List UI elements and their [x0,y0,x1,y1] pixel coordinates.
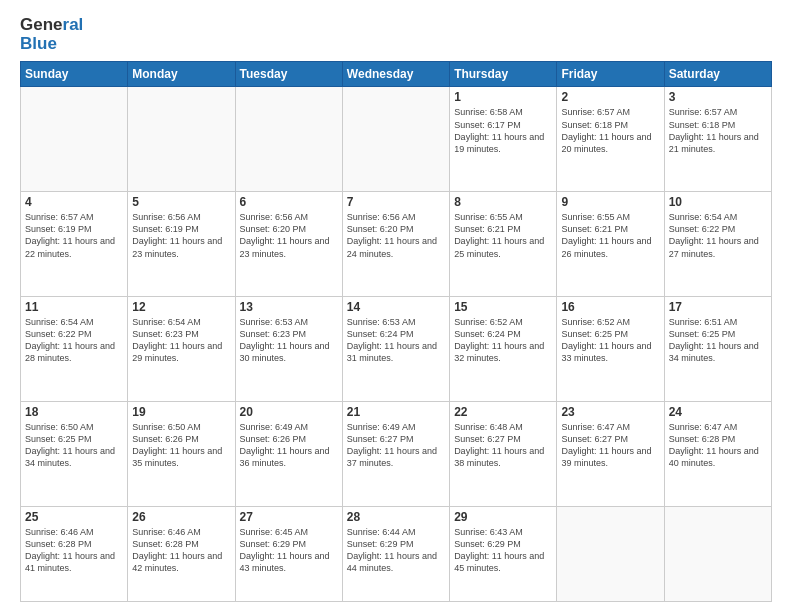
day-info: Sunrise: 6:56 AM Sunset: 6:19 PM Dayligh… [132,211,230,260]
weekday-header-row: SundayMondayTuesdayWednesdayThursdayFrid… [21,62,772,87]
day-number: 7 [347,195,445,209]
day-info: Sunrise: 6:50 AM Sunset: 6:26 PM Dayligh… [132,421,230,470]
day-number: 14 [347,300,445,314]
calendar-cell: 1Sunrise: 6:58 AM Sunset: 6:17 PM Daylig… [450,87,557,192]
day-number: 15 [454,300,552,314]
day-info: Sunrise: 6:56 AM Sunset: 6:20 PM Dayligh… [347,211,445,260]
day-info: Sunrise: 6:53 AM Sunset: 6:23 PM Dayligh… [240,316,338,365]
day-number: 4 [25,195,123,209]
calendar-cell [664,506,771,601]
day-info: Sunrise: 6:52 AM Sunset: 6:24 PM Dayligh… [454,316,552,365]
day-info: Sunrise: 6:47 AM Sunset: 6:28 PM Dayligh… [669,421,767,470]
day-info: Sunrise: 6:47 AM Sunset: 6:27 PM Dayligh… [561,421,659,470]
calendar-cell: 11Sunrise: 6:54 AM Sunset: 6:22 PM Dayli… [21,297,128,402]
day-info: Sunrise: 6:53 AM Sunset: 6:24 PM Dayligh… [347,316,445,365]
calendar-cell: 24Sunrise: 6:47 AM Sunset: 6:28 PM Dayli… [664,401,771,506]
calendar-cell: 18Sunrise: 6:50 AM Sunset: 6:25 PM Dayli… [21,401,128,506]
day-number: 19 [132,405,230,419]
day-info: Sunrise: 6:43 AM Sunset: 6:29 PM Dayligh… [454,526,552,575]
calendar-cell: 9Sunrise: 6:55 AM Sunset: 6:21 PM Daylig… [557,192,664,297]
calendar-cell: 17Sunrise: 6:51 AM Sunset: 6:25 PM Dayli… [664,297,771,402]
day-number: 22 [454,405,552,419]
calendar-cell: 6Sunrise: 6:56 AM Sunset: 6:20 PM Daylig… [235,192,342,297]
weekday-header-wednesday: Wednesday [342,62,449,87]
calendar-cell: 15Sunrise: 6:52 AM Sunset: 6:24 PM Dayli… [450,297,557,402]
calendar-cell [235,87,342,192]
week-row-1: 1Sunrise: 6:58 AM Sunset: 6:17 PM Daylig… [21,87,772,192]
day-number: 6 [240,195,338,209]
calendar-cell: 26Sunrise: 6:46 AM Sunset: 6:28 PM Dayli… [128,506,235,601]
week-row-3: 11Sunrise: 6:54 AM Sunset: 6:22 PM Dayli… [21,297,772,402]
day-info: Sunrise: 6:51 AM Sunset: 6:25 PM Dayligh… [669,316,767,365]
day-info: Sunrise: 6:54 AM Sunset: 6:22 PM Dayligh… [25,316,123,365]
calendar-cell: 13Sunrise: 6:53 AM Sunset: 6:23 PM Dayli… [235,297,342,402]
calendar-cell: 20Sunrise: 6:49 AM Sunset: 6:26 PM Dayli… [235,401,342,506]
day-number: 9 [561,195,659,209]
calendar-cell: 27Sunrise: 6:45 AM Sunset: 6:29 PM Dayli… [235,506,342,601]
calendar-cell: 23Sunrise: 6:47 AM Sunset: 6:27 PM Dayli… [557,401,664,506]
calendar-cell [128,87,235,192]
calendar-cell: 10Sunrise: 6:54 AM Sunset: 6:22 PM Dayli… [664,192,771,297]
day-info: Sunrise: 6:45 AM Sunset: 6:29 PM Dayligh… [240,526,338,575]
calendar-cell: 12Sunrise: 6:54 AM Sunset: 6:23 PM Dayli… [128,297,235,402]
day-number: 28 [347,510,445,524]
calendar-cell [21,87,128,192]
day-number: 16 [561,300,659,314]
day-number: 26 [132,510,230,524]
calendar-cell: 22Sunrise: 6:48 AM Sunset: 6:27 PM Dayli… [450,401,557,506]
calendar-cell: 14Sunrise: 6:53 AM Sunset: 6:24 PM Dayli… [342,297,449,402]
day-number: 11 [25,300,123,314]
calendar-cell: 3Sunrise: 6:57 AM Sunset: 6:18 PM Daylig… [664,87,771,192]
day-number: 24 [669,405,767,419]
header: Gene ral General Blue [20,16,772,53]
calendar-table: SundayMondayTuesdayWednesdayThursdayFrid… [20,61,772,602]
day-info: Sunrise: 6:56 AM Sunset: 6:20 PM Dayligh… [240,211,338,260]
day-info: Sunrise: 6:50 AM Sunset: 6:25 PM Dayligh… [25,421,123,470]
calendar-cell: 5Sunrise: 6:56 AM Sunset: 6:19 PM Daylig… [128,192,235,297]
day-info: Sunrise: 6:48 AM Sunset: 6:27 PM Dayligh… [454,421,552,470]
day-number: 10 [669,195,767,209]
calendar-cell: 25Sunrise: 6:46 AM Sunset: 6:28 PM Dayli… [21,506,128,601]
weekday-header-saturday: Saturday [664,62,771,87]
day-number: 3 [669,90,767,104]
calendar-cell: 28Sunrise: 6:44 AM Sunset: 6:29 PM Dayli… [342,506,449,601]
calendar-cell: 19Sunrise: 6:50 AM Sunset: 6:26 PM Dayli… [128,401,235,506]
calendar-cell: 21Sunrise: 6:49 AM Sunset: 6:27 PM Dayli… [342,401,449,506]
day-number: 25 [25,510,123,524]
day-info: Sunrise: 6:46 AM Sunset: 6:28 PM Dayligh… [25,526,123,575]
weekday-header-friday: Friday [557,62,664,87]
weekday-header-monday: Monday [128,62,235,87]
calendar-cell: 8Sunrise: 6:55 AM Sunset: 6:21 PM Daylig… [450,192,557,297]
day-info: Sunrise: 6:46 AM Sunset: 6:28 PM Dayligh… [132,526,230,575]
day-info: Sunrise: 6:54 AM Sunset: 6:22 PM Dayligh… [669,211,767,260]
calendar-cell [557,506,664,601]
day-info: Sunrise: 6:44 AM Sunset: 6:29 PM Dayligh… [347,526,445,575]
day-number: 2 [561,90,659,104]
day-info: Sunrise: 6:58 AM Sunset: 6:17 PM Dayligh… [454,106,552,155]
day-info: Sunrise: 6:49 AM Sunset: 6:26 PM Dayligh… [240,421,338,470]
day-info: Sunrise: 6:49 AM Sunset: 6:27 PM Dayligh… [347,421,445,470]
logo: Gene ral General Blue [20,16,83,53]
calendar-cell: 16Sunrise: 6:52 AM Sunset: 6:25 PM Dayli… [557,297,664,402]
week-row-5: 25Sunrise: 6:46 AM Sunset: 6:28 PM Dayli… [21,506,772,601]
day-number: 18 [25,405,123,419]
day-number: 17 [669,300,767,314]
weekday-header-thursday: Thursday [450,62,557,87]
weekday-header-tuesday: Tuesday [235,62,342,87]
day-number: 1 [454,90,552,104]
calendar-page: Gene ral General Blue SundayMondayTuesda… [0,0,792,612]
day-number: 13 [240,300,338,314]
day-number: 20 [240,405,338,419]
weekday-header-sunday: Sunday [21,62,128,87]
week-row-4: 18Sunrise: 6:50 AM Sunset: 6:25 PM Dayli… [21,401,772,506]
day-number: 8 [454,195,552,209]
logo-wordmark: General Blue [20,16,83,53]
day-info: Sunrise: 6:57 AM Sunset: 6:18 PM Dayligh… [669,106,767,155]
calendar-cell: 29Sunrise: 6:43 AM Sunset: 6:29 PM Dayli… [450,506,557,601]
calendar-cell: 2Sunrise: 6:57 AM Sunset: 6:18 PM Daylig… [557,87,664,192]
calendar-cell: 4Sunrise: 6:57 AM Sunset: 6:19 PM Daylig… [21,192,128,297]
day-number: 5 [132,195,230,209]
calendar-cell [342,87,449,192]
day-info: Sunrise: 6:52 AM Sunset: 6:25 PM Dayligh… [561,316,659,365]
day-number: 21 [347,405,445,419]
